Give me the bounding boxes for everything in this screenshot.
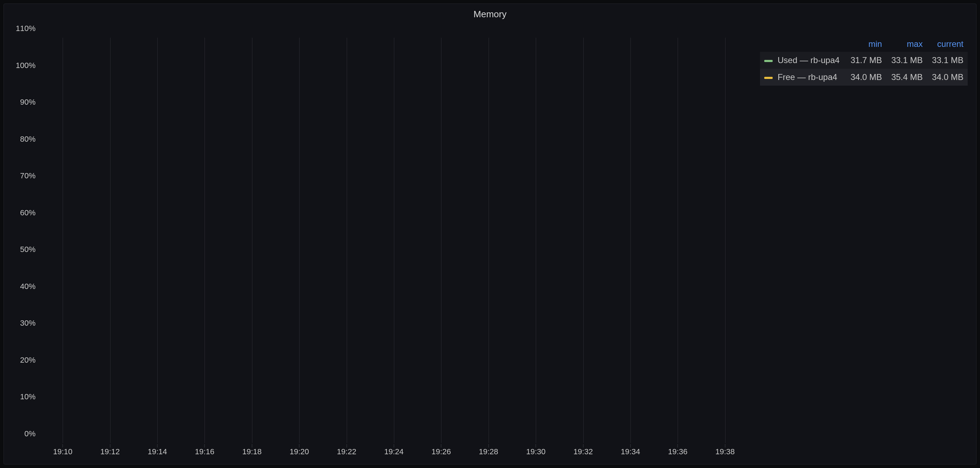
plot-area[interactable] xyxy=(39,38,749,443)
x-tick-mark xyxy=(205,444,205,447)
x-tick-label: 19:36 xyxy=(668,447,687,456)
gridline-vertical xyxy=(536,38,536,443)
gridline-vertical xyxy=(630,38,631,443)
x-tick-label: 19:12 xyxy=(100,447,120,456)
legend-table: min max current Used — rb-upa431.7 MB33.… xyxy=(760,36,968,86)
legend-row[interactable]: Used — rb-upa431.7 MB33.1 MB33.1 MB xyxy=(760,52,968,69)
legend-header-row: min max current xyxy=(760,36,968,52)
x-tick-mark xyxy=(536,444,536,447)
gridline-vertical xyxy=(158,38,158,443)
legend-header-min[interactable]: min xyxy=(846,36,886,52)
legend-header-current[interactable]: current xyxy=(927,36,968,52)
x-tick-mark xyxy=(110,444,110,447)
y-tick-label: 60% xyxy=(20,208,35,217)
x-tick-label: 19:22 xyxy=(337,447,356,456)
x-tick-label: 19:14 xyxy=(148,447,167,456)
x-tick-mark xyxy=(346,444,347,447)
y-tick-label: 10% xyxy=(20,392,35,401)
gridline-vertical xyxy=(299,38,299,443)
x-tick-mark xyxy=(63,444,63,447)
y-tick-label: 40% xyxy=(20,282,35,291)
y-axis: 0%10%20%30%40%50%60%70%80%90%100%110% xyxy=(4,38,39,443)
legend-row[interactable]: Free — rb-upa434.0 MB35.4 MB34.0 MB xyxy=(760,69,968,86)
legend-min-value: 34.0 MB xyxy=(846,69,886,86)
x-tick-mark xyxy=(394,444,394,447)
y-tick-label: 50% xyxy=(20,245,35,254)
x-tick-mark xyxy=(583,444,583,447)
memory-panel: Memory 0%10%20%30%40%50%60%70%80%90%100%… xyxy=(3,3,977,465)
x-tick-mark xyxy=(725,444,725,447)
y-tick-label: 110% xyxy=(16,24,35,33)
x-tick-label: 19:28 xyxy=(479,447,498,456)
y-tick-label: 90% xyxy=(20,97,35,107)
gridline-vertical xyxy=(110,38,111,443)
gridline-vertical xyxy=(63,38,63,443)
x-tick-mark xyxy=(441,444,441,447)
gridline-vertical xyxy=(205,38,205,443)
gridline-vertical xyxy=(583,38,584,443)
x-tick-label: 19:38 xyxy=(715,447,735,456)
gridline-vertical xyxy=(725,38,725,443)
x-tick-label: 19:16 xyxy=(195,447,215,456)
legend-swatch-icon xyxy=(764,77,773,79)
x-tick-label: 19:26 xyxy=(431,447,451,456)
legend-series-name: Used — rb-upa4 xyxy=(760,52,846,69)
y-tick-label: 20% xyxy=(20,356,35,365)
x-tick-label: 19:18 xyxy=(242,447,261,456)
legend-area: min max current Used — rb-upa431.7 MB33.… xyxy=(754,26,976,464)
x-tick-label: 19:32 xyxy=(573,447,593,456)
x-tick-mark xyxy=(630,444,631,447)
legend-min-value: 31.7 MB xyxy=(846,52,886,69)
legend-series-label: Free — rb-upa4 xyxy=(778,72,837,82)
y-tick-label: 30% xyxy=(20,319,35,328)
legend-current-value: 34.0 MB xyxy=(927,69,968,86)
panel-title[interactable]: Memory xyxy=(4,4,976,23)
gridline-vertical xyxy=(441,38,441,443)
legend-max-value: 35.4 MB xyxy=(886,69,927,86)
x-tick-mark xyxy=(158,444,158,447)
legend-header-name[interactable] xyxy=(760,36,846,52)
x-tick-mark xyxy=(299,444,299,447)
x-tick-mark xyxy=(488,444,488,447)
legend-current-value: 33.1 MB xyxy=(927,52,968,69)
legend-max-value: 33.1 MB xyxy=(886,52,927,69)
gridline-vertical xyxy=(347,38,347,443)
legend-header-max[interactable]: max xyxy=(886,36,927,52)
y-tick-label: 80% xyxy=(20,135,35,144)
gridline-vertical xyxy=(394,38,394,443)
x-tick-label: 19:10 xyxy=(53,447,73,456)
legend-swatch-icon xyxy=(764,60,773,62)
gridline-vertical xyxy=(678,38,678,443)
x-tick-label: 19:20 xyxy=(290,447,309,456)
y-tick-label: 70% xyxy=(20,171,35,180)
legend-series-label: Used — rb-upa4 xyxy=(778,55,840,65)
y-tick-label: 0% xyxy=(24,429,35,438)
gridline-vertical xyxy=(488,38,489,443)
x-tick-label: 19:30 xyxy=(526,447,546,456)
x-tick-label: 19:24 xyxy=(384,447,403,456)
legend-series-name: Free — rb-upa4 xyxy=(760,69,846,86)
x-tick-mark xyxy=(252,444,252,447)
chart-area[interactable]: 0%10%20%30%40%50%60%70%80%90%100%110% 19… xyxy=(4,26,754,464)
x-tick-mark xyxy=(678,444,678,447)
x-axis: 19:1019:1219:1419:1619:1819:2019:2219:24… xyxy=(39,445,749,459)
x-tick-label: 19:34 xyxy=(620,447,640,456)
y-tick-label: 100% xyxy=(16,61,35,70)
